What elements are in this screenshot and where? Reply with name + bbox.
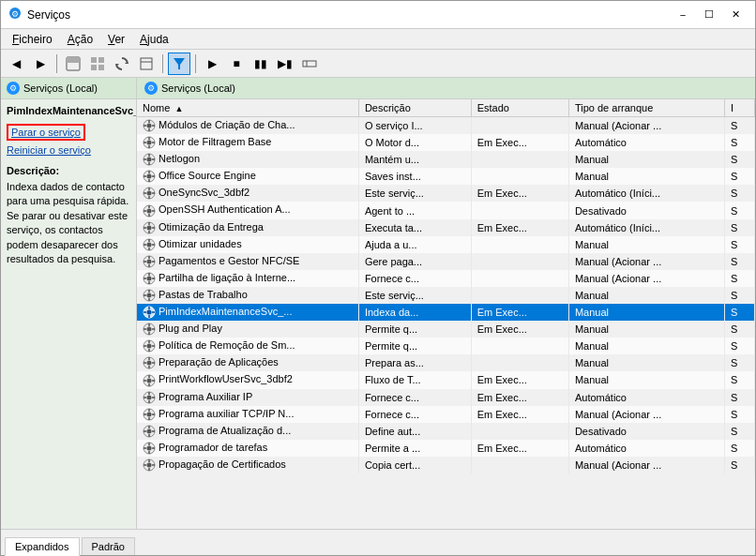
row-startup: Manual (Acionar ... — [568, 406, 724, 423]
table-row[interactable]: Programa auxiliar TCP/IP N... Fornece c.… — [137, 406, 755, 423]
row-extra: S — [724, 371, 754, 388]
row-startup: Automático (Iníci... — [568, 185, 724, 202]
table-row[interactable]: Partilha de ligação à Interne... Fornece… — [137, 270, 755, 287]
row-extra: S — [724, 457, 754, 473]
row-startup: Manual (Acionar ... — [568, 117, 724, 135]
row-name: Programador de tarefas — [137, 440, 358, 457]
right-panel-icon: ⚙ — [144, 82, 158, 95]
table-row[interactable]: Pastas de Trabalho Este serviç... Manual… — [137, 287, 755, 304]
table-row[interactable]: Propagação de Certificados Copia cert...… — [137, 457, 755, 473]
toolbar-restart-button[interactable]: ▶▮ — [274, 53, 296, 75]
table-row[interactable]: Otimização da Entrega Executa ta... Em E… — [137, 219, 755, 236]
row-extra: S — [724, 236, 754, 253]
table-row[interactable]: Programa de Atualização d... Define aut.… — [137, 423, 755, 440]
restart-service-link[interactable]: Reiniciar o serviço — [7, 144, 130, 156]
row-extra: S — [724, 253, 754, 270]
svg-point-46 — [147, 208, 152, 213]
table-row[interactable]: Pagamentos e Gestor NFC/SE Gere paga... … — [137, 253, 755, 270]
table-row[interactable]: Programador de tarefas Permite a ... Em … — [137, 440, 755, 457]
row-startup: Automático — [568, 389, 724, 406]
row-startup: Automático (Iníci... — [568, 219, 724, 236]
description-label: Descrição: — [7, 165, 130, 176]
svg-point-58 — [147, 242, 152, 247]
table-row[interactable]: Política de Remoção de Sm... Permite q..… — [137, 338, 755, 354]
menu-ficheiro[interactable]: Ficheiro — [5, 31, 60, 48]
table-row[interactable]: Preparação de Aplicações Prepara as... M… — [137, 354, 755, 371]
row-extra: S — [724, 134, 754, 151]
service-row-icon — [143, 339, 156, 353]
toolbar-pause-button[interactable]: ▮▮ — [249, 53, 272, 75]
row-extra: S — [724, 304, 754, 321]
toolbar-forward-button[interactable]: ▶ — [29, 53, 52, 75]
tab-padrao[interactable]: Padrão — [82, 537, 135, 555]
row-status — [471, 287, 568, 304]
table-row[interactable]: OpenSSH Authentication A... Agent to ...… — [137, 202, 755, 218]
toolbar-grid-button[interactable] — [86, 53, 109, 75]
toolbar-info-button[interactable] — [298, 53, 321, 75]
row-status — [471, 457, 568, 473]
row-status: Em Exec... — [471, 219, 568, 236]
menu-acao[interactable]: Ação — [60, 31, 100, 48]
service-row-icon — [143, 458, 156, 472]
row-extra: S — [724, 151, 754, 168]
minimize-button[interactable]: − — [671, 6, 695, 24]
table-row[interactable]: OneSyncSvc_3dbf2 Este serviç... Em Exec.… — [137, 185, 755, 202]
services-list: Nome ▲ Descrição Estado Tipo de arranque… — [137, 99, 755, 473]
table-row[interactable]: Otimizar unidades Ajuda a u... Manual S — [137, 236, 755, 253]
col-status[interactable]: Estado — [471, 99, 568, 117]
svg-point-124 — [147, 428, 152, 433]
svg-point-22 — [147, 141, 152, 145]
row-startup: Manual — [568, 304, 724, 321]
row-description: Permite a ... — [358, 440, 471, 457]
row-name: Plug and Play — [137, 321, 358, 338]
menu-ver[interactable]: Ver — [100, 31, 132, 48]
svg-point-76 — [147, 293, 152, 298]
toolbar-up-button[interactable] — [62, 53, 84, 75]
row-name: Partilha de ligação à Interne... — [137, 270, 358, 287]
toolbar-back-button[interactable]: ◀ — [5, 53, 27, 75]
toolbar-stop-button[interactable]: ■ — [225, 53, 248, 75]
table-row[interactable]: Motor de Filtragem Base O Motor d... Em … — [137, 134, 755, 151]
maximize-button[interactable]: ☐ — [697, 6, 721, 24]
row-name: Política de Remoção de Sm... — [137, 338, 358, 354]
table-row[interactable]: Netlogon Mantém u... Manual S — [137, 151, 755, 168]
toolbar-filter-button[interactable] — [168, 53, 190, 75]
services-window: ⚙ Serviços − ☐ ✕ Ficheiro Ação Ver Ajuda… — [0, 0, 756, 556]
service-row-icon — [143, 272, 156, 285]
tab-expandidos[interactable]: Expandidos — [5, 537, 80, 556]
toolbar-export-button[interactable] — [135, 53, 158, 75]
row-description: Mantém u... — [358, 151, 471, 168]
row-name: OpenSSH Authentication A... — [137, 202, 358, 218]
table-row[interactable]: Programa Auxiliar IP Fornece c... Em Exe… — [137, 389, 755, 406]
services-table[interactable]: Nome ▲ Descrição Estado Tipo de arranque… — [137, 99, 755, 529]
service-row-icon — [143, 238, 156, 251]
toolbar-play-button[interactable]: ▶ — [201, 53, 223, 75]
service-row-icon — [143, 136, 156, 149]
toolbar-refresh-button[interactable] — [111, 53, 133, 75]
col-startup[interactable]: Tipo de arranque — [568, 99, 724, 117]
svg-rect-10 — [141, 58, 152, 69]
row-extra: S — [724, 440, 754, 457]
svg-point-88 — [147, 327, 152, 332]
table-row[interactable]: PimIndexMaintenanceSvc_... Indexa da... … — [137, 304, 755, 321]
table-row[interactable]: Módulos de Criação de Cha... O serviço I… — [137, 117, 755, 135]
right-panel-title: Serviços (Local) — [161, 83, 235, 94]
col-name[interactable]: Nome ▲ — [137, 99, 358, 117]
row-status — [471, 338, 568, 354]
row-name: Propagação de Certificados — [137, 457, 358, 473]
col-description[interactable]: Descrição — [358, 99, 471, 117]
row-startup: Manual — [568, 168, 724, 185]
svg-rect-3 — [67, 57, 80, 63]
stop-service-link[interactable]: Parar o serviço — [7, 124, 85, 141]
table-row[interactable]: PrintWorkflowUserSvc_3dbf2 Fluxo de T...… — [137, 371, 755, 388]
close-button[interactable]: ✕ — [723, 6, 748, 24]
row-description: Este serviç... — [358, 185, 471, 202]
table-row[interactable]: Plug and Play Permite q... Em Exec... Ma… — [137, 321, 755, 338]
stop-label: Parar — [11, 127, 37, 138]
title-bar-controls: − ☐ ✕ — [671, 6, 748, 24]
row-extra: S — [724, 423, 754, 440]
menu-ajuda[interactable]: Ajuda — [132, 31, 176, 48]
row-description: Ajuda a u... — [358, 236, 471, 253]
col-extra[interactable]: I — [724, 99, 754, 117]
table-row[interactable]: Office Source Engine Saves inst... Manua… — [137, 168, 755, 185]
